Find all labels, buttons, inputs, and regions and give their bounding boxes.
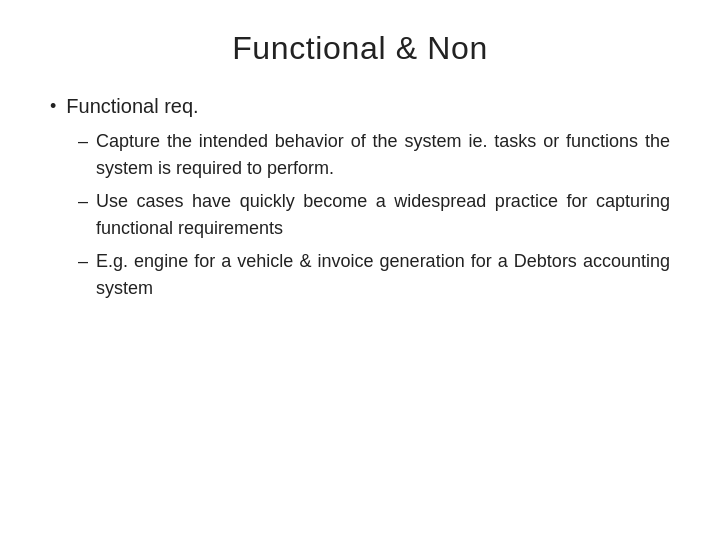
sub-text-1: Capture the intended behavior of the sys… [96, 128, 670, 182]
list-item: – Capture the intended behavior of the s… [78, 128, 670, 182]
list-item: – E.g. engine for a vehicle & invoice ge… [78, 248, 670, 302]
content-area: • Functional req. – Capture the intended… [50, 95, 670, 510]
page-title: Functional & Non [50, 30, 670, 67]
list-item: – Use cases have quickly become a widesp… [78, 188, 670, 242]
sub-dash-2: – [78, 188, 88, 215]
bullet-item: • Functional req. [50, 95, 670, 118]
bullet-dot: • [50, 96, 56, 117]
sub-text-3: E.g. engine for a vehicle & invoice gene… [96, 248, 670, 302]
sub-dash-1: – [78, 128, 88, 155]
sub-items-list: – Capture the intended behavior of the s… [78, 128, 670, 302]
sub-dash-3: – [78, 248, 88, 275]
sub-text-2: Use cases have quickly become a widespre… [96, 188, 670, 242]
bullet-label: Functional req. [66, 95, 198, 118]
